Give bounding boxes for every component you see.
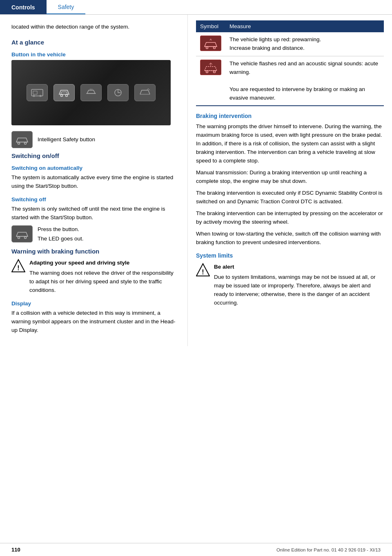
svg-point-12 xyxy=(206,47,208,49)
system-limits-warning-label: Be alert xyxy=(214,263,384,271)
car-btn-3 xyxy=(80,84,102,101)
car-btn-1 xyxy=(27,84,48,101)
press-button-text: Press the button. xyxy=(38,225,84,234)
svg-point-9 xyxy=(24,236,27,238)
system-limits-warning-icon: ! xyxy=(196,263,210,277)
led-goes-out-text: The LED goes out. xyxy=(38,235,84,243)
warning-block: ! Adapting your speed and driving style … xyxy=(11,259,178,295)
press-button-icon xyxy=(11,225,33,242)
switching-on-auto-text: The system is automatically active every… xyxy=(11,173,178,191)
svg-point-13 xyxy=(214,47,216,49)
symbol-cell-1 xyxy=(196,32,225,56)
warning-content: Adapting your speed and driving style Th… xyxy=(29,259,178,295)
svg-point-3 xyxy=(61,94,63,96)
symbol-cell-2 xyxy=(196,56,225,106)
table-col-measure: Measure xyxy=(225,20,384,32)
switching-off-text: The system is only switched off until th… xyxy=(11,205,178,222)
switching-on-off-heading: Switching on/off xyxy=(11,152,178,159)
svg-point-8 xyxy=(18,236,20,238)
car-btn-5 xyxy=(134,84,156,101)
car-symbol-1 xyxy=(200,36,221,51)
switching-off-heading: Switching off xyxy=(11,196,178,202)
edition-text: Online Edition for Part no. 01 40 2 926 … xyxy=(276,547,381,552)
system-limits-text: Due to system limitations, warnings may … xyxy=(214,273,384,307)
braking-text1: The warning prompts the driver himself t… xyxy=(196,122,384,165)
page-number: 110 xyxy=(11,547,20,553)
table-col-symbol: Symbol xyxy=(196,20,225,32)
svg-point-15 xyxy=(214,71,216,73)
braking-text5: When towing or tow-starting the vehicle,… xyxy=(196,230,384,247)
intelligent-safety-row: Intelligent Safety button xyxy=(11,131,178,148)
warning-text1: Adapting your speed and driving style xyxy=(29,259,178,267)
car-btn-2 xyxy=(53,84,75,101)
system-limits-warning-block: ! Be alert Due to system limitations, wa… xyxy=(196,263,384,307)
table-row: The vehicle lights up red: prewarning.In… xyxy=(196,32,384,56)
button-row xyxy=(27,84,156,101)
svg-point-14 xyxy=(206,71,208,73)
system-limits-warning-content: Be alert Due to system limitations, warn… xyxy=(214,263,384,307)
warning-braking-heading: Warning with braking function xyxy=(11,248,178,255)
braking-text2: Manual transmission: During a braking in… xyxy=(196,169,384,186)
switching-on-auto-heading: Switching on automatically xyxy=(11,165,178,171)
car-btn-4 xyxy=(107,84,129,101)
left-column: located within the detection range of th… xyxy=(0,15,188,346)
at-a-glance-heading: At a glance xyxy=(11,39,178,46)
car-button-image xyxy=(11,60,171,125)
measure-cell-1: The vehicle lights up red: prewarning.In… xyxy=(225,32,384,56)
svg-text:!: ! xyxy=(17,265,19,271)
car-symbol-2 xyxy=(200,60,221,75)
braking-intervention-heading: Braking intervention xyxy=(196,113,384,119)
warning-icon: ! xyxy=(11,259,25,273)
svg-point-7 xyxy=(24,142,27,144)
system-limits-heading: System limits xyxy=(196,252,384,259)
header: Controls Safety xyxy=(0,0,392,15)
intro-text: located within the detection range of th… xyxy=(11,23,178,31)
svg-text:!: ! xyxy=(202,269,204,276)
braking-text3: The braking intervention is executed onl… xyxy=(196,189,384,206)
right-column: Symbol Measure xyxy=(188,15,392,346)
tab-safety[interactable]: Safety xyxy=(47,0,86,14)
warning-text2: The warning does not relieve the driver … xyxy=(29,269,178,295)
symbol-table: Symbol Measure xyxy=(196,20,384,106)
display-text: If a collision with a vehicle detected i… xyxy=(11,309,178,335)
display-heading: Display xyxy=(11,300,178,307)
intelligent-safety-label: Intelligent Safety button xyxy=(38,136,95,142)
svg-point-4 xyxy=(66,94,68,96)
main-content: located within the detection range of th… xyxy=(0,15,392,346)
footer: 110 Online Edition for Part no. 01 40 2 … xyxy=(0,543,392,556)
button-in-vehicle-heading: Button in the vehicle xyxy=(11,51,178,58)
table-row: The vehicle flashes red and an acoustic … xyxy=(196,56,384,106)
braking-text4: The braking intervention can be interrup… xyxy=(196,209,384,227)
tab-controls[interactable]: Controls xyxy=(0,0,47,14)
intelligent-safety-icon xyxy=(11,131,33,148)
svg-point-6 xyxy=(18,142,20,144)
measure-cell-2: The vehicle flashes red and an acoustic … xyxy=(225,56,384,106)
press-button-row: Press the button. The LED goes out. xyxy=(11,225,178,243)
